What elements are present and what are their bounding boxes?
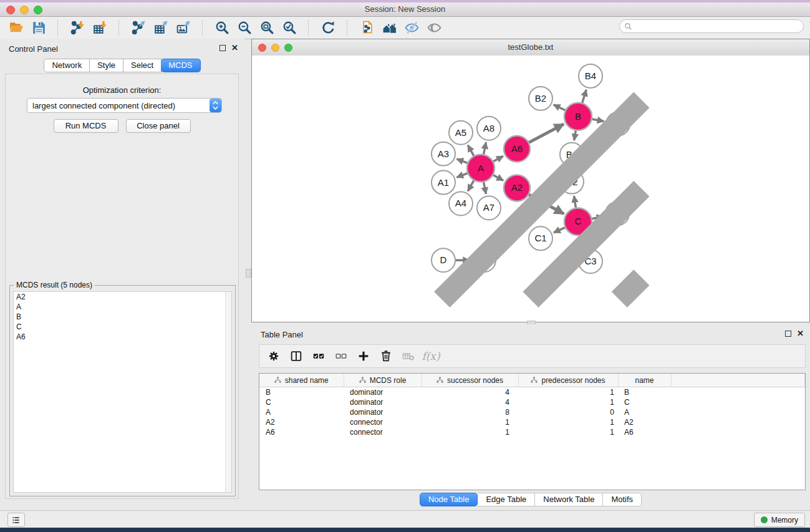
add-column-button[interactable] bbox=[354, 347, 373, 365]
show-graphics-button[interactable] bbox=[423, 19, 445, 37]
deselect-all-checkboxes-button[interactable] bbox=[332, 347, 350, 365]
delete-column-button[interactable] bbox=[377, 347, 395, 365]
delete-table-icon bbox=[402, 349, 415, 363]
add-column-icon bbox=[357, 349, 370, 363]
application-window: Session: New Session Control Panel ✕ Net… bbox=[0, 0, 810, 532]
vertical-splitter-handle[interactable] bbox=[246, 269, 251, 278]
table-row[interactable]: Bdominator41B bbox=[259, 387, 805, 398]
export-table-icon bbox=[153, 20, 169, 36]
column-header-successor-nodes[interactable]: successor nodes bbox=[422, 374, 518, 387]
result-scrollbar[interactable] bbox=[225, 292, 231, 492]
column-header-name[interactable]: name bbox=[618, 374, 671, 387]
desktop-background-bottom bbox=[0, 528, 810, 532]
mcds-result-legend: MCDS result (5 nodes) bbox=[14, 281, 95, 289]
toolbar-separator bbox=[308, 20, 309, 36]
column-header-predecessor-nodes[interactable]: predecessor nodes bbox=[518, 374, 618, 387]
home-icon bbox=[382, 20, 397, 36]
column-header-shared-name[interactable]: shared name bbox=[259, 374, 344, 387]
hide-selected-icon bbox=[404, 20, 420, 36]
zoom-fit-button[interactable] bbox=[256, 19, 278, 37]
zoom-selected-button[interactable] bbox=[278, 19, 301, 37]
table-row[interactable]: Adominator80A bbox=[259, 407, 805, 417]
zoom-out-button[interactable] bbox=[233, 19, 256, 37]
column-header-mcds-role[interactable]: MCDS role bbox=[344, 374, 422, 387]
search-field[interactable] bbox=[619, 19, 804, 33]
select-all-checkboxes-button[interactable] bbox=[309, 347, 328, 365]
tab-motifs[interactable]: Motifs bbox=[603, 493, 642, 506]
table-panel-header: Table Panel ✕ bbox=[251, 324, 810, 343]
resize-grip-icon[interactable] bbox=[252, 56, 809, 322]
save-session-button[interactable] bbox=[27, 19, 50, 37]
table-tabs: Node TableEdge TableNetwork TableMotifs bbox=[251, 493, 810, 506]
show-columns-icon bbox=[289, 349, 303, 363]
control-panel-header: Control Panel ✕ bbox=[0, 39, 244, 57]
refresh-layout-button[interactable] bbox=[317, 19, 339, 37]
zoom-fit-icon bbox=[259, 20, 275, 36]
network-canvas[interactable]: B4B2BB3A5A8A6A3B1AA1C2A2A4A7C4CC1DD1C3 bbox=[252, 56, 809, 322]
node-table[interactable]: shared nameMCDS rolesuccessor nodesprede… bbox=[259, 373, 806, 490]
optimization-criterion-label: Optimization criterion: bbox=[6, 85, 238, 95]
tab-style[interactable]: Style bbox=[90, 59, 123, 72]
mcds-result-item[interactable]: A2 bbox=[14, 292, 231, 302]
column-type-icon bbox=[531, 377, 538, 384]
task-history-button[interactable] bbox=[7, 513, 25, 527]
network-title: testGlobe.txt bbox=[252, 42, 809, 52]
tab-network-table[interactable]: Network Table bbox=[535, 493, 603, 506]
table-settings-icon bbox=[267, 349, 281, 363]
table-toolbar: f(x) bbox=[259, 344, 806, 368]
import-table-icon bbox=[92, 20, 108, 36]
close-table-panel-icon[interactable]: ✕ bbox=[797, 331, 804, 337]
close-panel-icon[interactable]: ✕ bbox=[231, 45, 238, 51]
tab-node-table[interactable]: Node Table bbox=[420, 493, 478, 506]
show-columns-button[interactable] bbox=[287, 347, 306, 365]
close-panel-button[interactable]: Close panel bbox=[126, 119, 191, 133]
import-table-button[interactable] bbox=[89, 19, 111, 37]
table-settings-button[interactable] bbox=[264, 347, 283, 365]
table-header-row[interactable]: shared nameMCDS rolesuccessor nodesprede… bbox=[259, 374, 805, 387]
home-button[interactable] bbox=[378, 19, 400, 37]
apply-function-button: f(x) bbox=[422, 347, 440, 365]
tab-select[interactable]: Select bbox=[123, 59, 162, 72]
table-row[interactable]: A6connector11A6 bbox=[259, 427, 805, 437]
open-session-button[interactable] bbox=[5, 19, 27, 37]
table-row[interactable]: Cdominator41C bbox=[259, 397, 805, 407]
import-network-button[interactable] bbox=[66, 19, 89, 37]
run-mcds-button[interactable]: Run MCDS bbox=[54, 119, 118, 133]
column-type-icon bbox=[436, 377, 443, 384]
table-body: Bdominator41BCdominator41CAdominator80AA… bbox=[259, 387, 805, 438]
export-table-button[interactable] bbox=[150, 19, 172, 37]
hide-selected-button[interactable] bbox=[400, 19, 423, 37]
show-graphics-icon bbox=[427, 20, 442, 36]
mcds-result-item[interactable]: A bbox=[14, 302, 231, 312]
mcds-result-box: MCDS result (5 nodes) A2ABCA6 bbox=[9, 285, 236, 496]
save-session-icon bbox=[31, 20, 47, 36]
mcds-result-item[interactable]: A6 bbox=[14, 332, 231, 342]
duplicate-network-button[interactable] bbox=[355, 19, 378, 37]
tab-mcds[interactable]: MCDS bbox=[161, 59, 200, 72]
criterion-select[interactable]: largest connected component (directed) bbox=[27, 98, 222, 113]
mcds-result-list[interactable]: A2ABCA6 bbox=[13, 291, 232, 493]
column-type-icon bbox=[359, 377, 366, 384]
control-panel: Control Panel ✕ NetworkStyleSelectMCDS O… bbox=[0, 39, 244, 506]
zoom-in-button[interactable] bbox=[211, 19, 233, 37]
open-session-icon bbox=[9, 20, 24, 36]
float-panel-icon[interactable] bbox=[219, 45, 226, 51]
mcds-tab-content: Optimization criterion: largest connecte… bbox=[5, 74, 239, 499]
search-icon bbox=[624, 22, 632, 31]
search-input[interactable] bbox=[635, 20, 803, 32]
table-panel-title: Table Panel bbox=[261, 330, 303, 339]
export-network-button[interactable] bbox=[127, 19, 150, 37]
select-all-checkboxes-icon bbox=[312, 349, 325, 363]
control-panel-tabs: NetworkStyleSelectMCDS bbox=[0, 59, 244, 72]
network-view-window: testGlobe.txt B4B2BB3A5A8A6A3B1AA1C2A2A4… bbox=[251, 39, 810, 322]
mcds-result-item[interactable]: B bbox=[14, 312, 231, 322]
criterion-selected-value: largest connected component (directed) bbox=[27, 101, 210, 110]
column-type-icon bbox=[274, 377, 281, 384]
float-table-panel-icon[interactable] bbox=[785, 331, 791, 337]
tab-edge-table[interactable]: Edge Table bbox=[478, 493, 535, 506]
table-row[interactable]: A2connector11A2 bbox=[259, 417, 805, 427]
memory-button[interactable]: Memory bbox=[754, 513, 805, 527]
mcds-result-item[interactable]: C bbox=[14, 322, 231, 332]
tab-network[interactable]: Network bbox=[44, 59, 90, 72]
export-image-button[interactable] bbox=[172, 19, 195, 37]
